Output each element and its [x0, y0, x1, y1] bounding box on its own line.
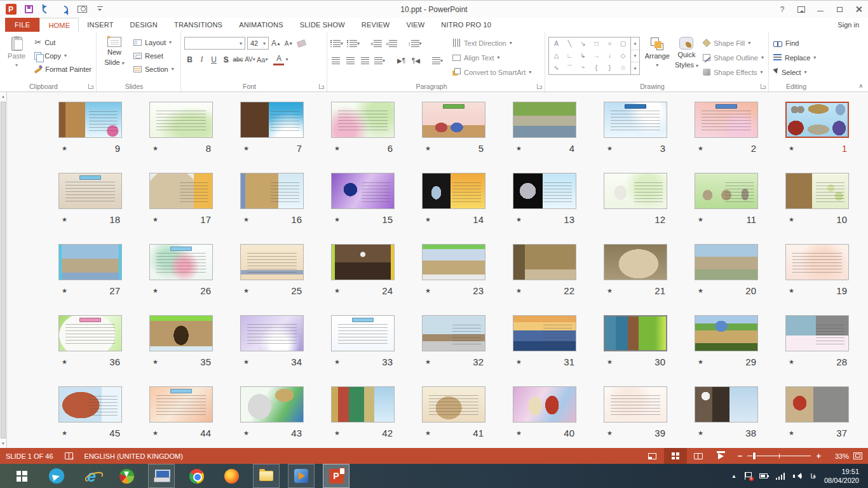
- tab-view[interactable]: VIEW: [398, 18, 433, 32]
- zoom-in-icon[interactable]: +: [816, 451, 821, 461]
- slide-thumbnail-19[interactable]: [785, 244, 849, 280]
- zoom-out-icon[interactable]: −: [738, 451, 743, 461]
- language-indicator[interactable]: ENGLISH (UNITED KINGDOM): [85, 452, 183, 460]
- zoom-level[interactable]: 33%: [826, 452, 849, 460]
- left-to-right-button[interactable]: ▶¶: [396, 55, 407, 67]
- power-icon[interactable]: [759, 473, 768, 478]
- hidden-icons-chevron[interactable]: ▲: [731, 473, 736, 479]
- slide-thumbnail-13[interactable]: [513, 173, 576, 209]
- slide-thumbnail-37[interactable]: [785, 386, 849, 423]
- slide-thumbnail-32[interactable]: [422, 315, 485, 351]
- slide-thumbnail-36[interactable]: [58, 315, 122, 351]
- slide-thumbnail-27[interactable]: [58, 244, 122, 280]
- shape-fill-button[interactable]: Shape Fill▾: [702, 37, 765, 49]
- reset-button[interactable]: Reset: [132, 50, 175, 62]
- bold-button[interactable]: B: [184, 53, 195, 65]
- zoom-slider[interactable]: [747, 456, 811, 457]
- drawing-dialog-launcher[interactable]: [761, 84, 766, 89]
- shapes-scroll-down-icon[interactable]: ▼: [631, 50, 639, 63]
- slide-thumbnail-23[interactable]: [422, 244, 485, 280]
- align-left-button[interactable]: [330, 55, 341, 67]
- slide-thumbnail-9[interactable]: [58, 102, 122, 138]
- input-language-indicator[interactable]: فا: [810, 472, 816, 480]
- elbow-connector-shape-icon[interactable]: ∟: [567, 53, 573, 59]
- text-direction-button[interactable]: Text Direction▾: [451, 37, 532, 49]
- customize-quick-access-icon[interactable]: [94, 4, 105, 15]
- convert-to-smartart-button[interactable]: Convert to SmartArt▾: [451, 66, 532, 78]
- section-button[interactable]: Section▾: [132, 63, 175, 75]
- increase-font-size-button[interactable]: A▲: [271, 37, 281, 50]
- arc-shape-icon[interactable]: ⌒: [567, 65, 573, 71]
- columns-button[interactable]: ▾: [432, 55, 443, 67]
- fit-to-window-icon[interactable]: [853, 452, 862, 459]
- numbering-button[interactable]: ▾: [347, 37, 360, 50]
- sign-in-link[interactable]: Sign in: [829, 18, 868, 32]
- tab-design[interactable]: DESIGN: [122, 18, 166, 32]
- font-size-combobox[interactable]: 42▾: [247, 37, 269, 50]
- slide-thumbnail-25[interactable]: [240, 244, 304, 280]
- slide-thumbnail-38[interactable]: [695, 386, 758, 423]
- right-to-left-button[interactable]: ¶◀: [410, 55, 421, 67]
- slide-thumbnail-42[interactable]: [331, 386, 395, 423]
- isosceles-triangle-shape-icon[interactable]: △: [554, 53, 559, 59]
- underline-button[interactable]: U: [208, 53, 219, 65]
- slide-thumbnail-12[interactable]: [604, 173, 667, 209]
- find-button[interactable]: Find: [772, 37, 817, 49]
- justify-button[interactable]: ▾: [374, 55, 385, 67]
- clear-formatting-button[interactable]: [296, 37, 307, 50]
- taskbar-media-player-icon[interactable]: [288, 464, 315, 488]
- line-arrow-shape-icon[interactable]: ↘: [580, 41, 585, 47]
- slide-sorter-view-icon[interactable]: [664, 448, 687, 464]
- slide-thumbnail-5[interactable]: [422, 102, 485, 138]
- decrease-font-size-button[interactable]: A▼: [283, 37, 294, 50]
- tab-file[interactable]: FILE: [5, 18, 39, 32]
- taskbar-powerpoint-icon[interactable]: P: [323, 464, 349, 488]
- ribbon-display-options-icon[interactable]: [792, 1, 811, 18]
- reading-view-icon[interactable]: [687, 448, 710, 464]
- shape-outline-button[interactable]: Shape Outline▾: [702, 51, 765, 64]
- slide-thumbnail-26[interactable]: [149, 244, 213, 280]
- curve-shape-icon[interactable]: ~: [581, 65, 585, 71]
- tab-review[interactable]: REVIEW: [353, 18, 398, 32]
- taskbar-chrome-icon[interactable]: [183, 464, 210, 488]
- proofing-icon[interactable]: [65, 452, 73, 459]
- increase-indent-button[interactable]: »: [386, 37, 397, 50]
- slide-thumbnail-3[interactable]: [604, 102, 667, 138]
- cut-button[interactable]: ✂Cut: [33, 36, 93, 48]
- change-case-button[interactable]: Aa▾: [257, 53, 268, 65]
- slide-thumbnail-14[interactable]: [422, 173, 485, 209]
- slide-thumbnail-40[interactable]: [513, 386, 576, 423]
- format-painter-button[interactable]: Format Painter: [33, 63, 93, 75]
- text-box-shape-icon[interactable]: A: [554, 41, 559, 47]
- scroll-up-icon[interactable]: ▲: [0, 92, 6, 101]
- paragraph-dialog-launcher[interactable]: [537, 84, 542, 89]
- slide-thumbnail-16[interactable]: [240, 173, 304, 209]
- diamond-shape-icon[interactable]: ◇: [621, 53, 626, 59]
- slide-thumbnail-2[interactable]: [695, 102, 758, 138]
- tab-animations[interactable]: ANIMATIONS: [231, 18, 292, 32]
- action-center-flag-icon[interactable]: ✕: [745, 472, 751, 480]
- slide-thumbnail-11[interactable]: [695, 173, 758, 209]
- save-icon[interactable]: [23, 4, 34, 15]
- tab-slide-show[interactable]: SLIDE SHOW: [292, 18, 353, 32]
- right-brace-shape-icon[interactable]: }: [609, 65, 611, 71]
- text-shadow-button[interactable]: S: [220, 53, 231, 65]
- align-right-button[interactable]: [360, 55, 370, 67]
- layout-button[interactable]: Layout▾: [132, 36, 175, 48]
- align-center-button[interactable]: [345, 55, 356, 67]
- taskbar-idm-icon[interactable]: [113, 464, 140, 488]
- vertical-scrollbar[interactable]: ▲ ▼: [0, 92, 7, 448]
- tab-transitions[interactable]: TRANSITIONS: [166, 18, 231, 32]
- italic-button[interactable]: I: [196, 53, 207, 65]
- slide-thumbnail-44[interactable]: [149, 386, 213, 423]
- right-arrow-shape-icon[interactable]: →: [593, 53, 600, 59]
- line-shape-icon[interactable]: ╲: [567, 41, 571, 47]
- slide-thumbnail-33[interactable]: [331, 315, 395, 351]
- restore-icon[interactable]: [830, 1, 849, 18]
- undo-icon[interactable]: [41, 4, 52, 15]
- paste-button[interactable]: Paste ▾: [3, 34, 30, 81]
- slide-thumbnail-18[interactable]: [58, 173, 122, 209]
- slide-thumbnail-8[interactable]: [149, 102, 213, 138]
- slide-thumbnail-7[interactable]: [240, 102, 304, 138]
- redo-icon[interactable]: [58, 4, 70, 15]
